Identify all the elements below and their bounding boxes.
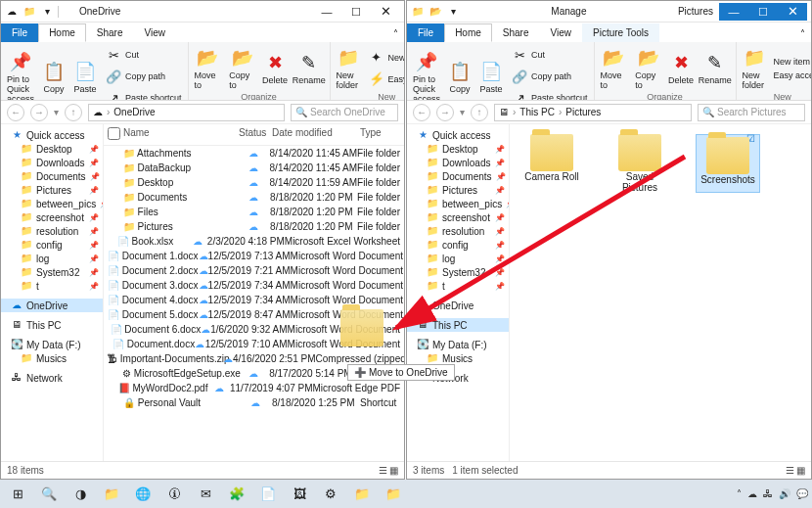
nav-item[interactable]: 📁Musics: [407, 351, 509, 365]
folder-item[interactable]: Saved Pictures: [608, 134, 672, 193]
nav-item[interactable]: 📁log📌: [407, 252, 509, 265]
nav-item[interactable]: 📁Downloads📌: [407, 156, 509, 169]
back-button[interactable]: ←: [7, 104, 24, 121]
taskbar-button[interactable]: ✉: [192, 483, 219, 506]
titlebar[interactable]: 📁 📂 ▾ Manage Pictures — ☐ ✕: [407, 1, 811, 23]
file-row[interactable]: 📄 Document 1.docx ☁ 12/5/2019 7:13 AM Mi…: [104, 249, 404, 263]
nav-item[interactable]: 📁Desktop📌: [1, 142, 103, 156]
notifications-icon[interactable]: 💬: [796, 488, 808, 499]
new-item-button[interactable]: ✦New item: [366, 47, 404, 69]
tab-picture-tools[interactable]: Picture Tools: [582, 23, 659, 42]
new-item-button[interactable]: New item: [772, 55, 811, 69]
cut-button[interactable]: ✂Cut: [103, 44, 184, 66]
tab-view[interactable]: View: [540, 23, 583, 42]
nav-drive[interactable]: 💽My Data (F:): [1, 338, 103, 351]
file-row[interactable]: 📁 Documents ☁ 8/18/2020 1:20 PM File fol…: [104, 190, 404, 205]
volume-icon[interactable]: 🔊: [779, 488, 790, 499]
folder-item[interactable]: ☑ Screenshots: [696, 134, 760, 193]
nav-onedrive[interactable]: ☁OneDrive: [407, 299, 509, 312]
file-row[interactable]: 📁 Attachments ☁ 8/14/2020 11:45 AM File …: [104, 146, 404, 161]
paste-shortcut-button[interactable]: ↗Paste shortcut: [103, 87, 184, 101]
tab-file[interactable]: File: [407, 23, 444, 42]
recent-chevron-icon[interactable]: ▾: [460, 107, 465, 117]
nav-item[interactable]: 📁between_pics📌: [407, 197, 509, 210]
icon-view-button[interactable]: ▦: [389, 465, 398, 476]
easy-access-button[interactable]: Easy access: [772, 69, 811, 82]
pin-quick-access-button[interactable]: 📌Pin to Quick access: [5, 48, 36, 102]
tab-share[interactable]: Share: [86, 23, 134, 42]
taskbar-button[interactable]: 🧩: [223, 483, 250, 506]
titlebar[interactable]: ☁ 📁 ▾ OneDrive — ☐ ✕: [1, 1, 404, 23]
taskbar-button[interactable]: 📄: [254, 483, 282, 506]
minimize-button[interactable]: —: [719, 3, 748, 21]
folder-item[interactable]: Camera Roll: [519, 134, 584, 193]
recent-chevron-icon[interactable]: ▾: [54, 107, 59, 117]
nav-item[interactable]: 📁Documents📌: [407, 169, 509, 183]
copy-to-button[interactable]: 📂Copy to: [633, 44, 663, 92]
nav-item[interactable]: 📁log📌: [1, 252, 103, 265]
nav-item[interactable]: 📁System32📌: [407, 265, 509, 279]
file-row[interactable]: 📕 MyWordDoc2.pdf ☁ 11/7/2019 4:07 PM Mic…: [104, 381, 404, 395]
nav-item[interactable]: 📁Documents📌: [1, 169, 103, 183]
tray-chevron-icon[interactable]: ˄: [737, 488, 742, 499]
taskbar-button[interactable]: 🖼: [286, 483, 313, 506]
nav-item[interactable]: 📁resolution📌: [407, 224, 509, 238]
col-status[interactable]: Status: [235, 124, 268, 145]
crumb-item[interactable]: Pictures: [565, 107, 601, 117]
col-date[interactable]: Date modified: [268, 124, 356, 145]
copy-path-button[interactable]: 🔗Copy path: [509, 66, 590, 87]
file-row[interactable]: 📁 Desktop ☁ 8/14/2020 11:59 AM File fold…: [104, 175, 404, 190]
tab-home[interactable]: Home: [38, 23, 86, 42]
taskbar-button[interactable]: 📁: [348, 483, 376, 506]
forward-button[interactable]: →: [30, 104, 48, 121]
pin-quick-access-button[interactable]: 📌Pin to Quick access: [411, 48, 442, 102]
ribbon-collapse-icon[interactable]: ˄: [794, 25, 811, 42]
nav-pane[interactable]: ★Quick access📁Desktop📌📁Downloads📌📁Docume…: [1, 124, 104, 461]
rename-button[interactable]: ✎Rename: [699, 49, 731, 87]
taskbar-button[interactable]: ◑: [67, 483, 94, 506]
easy-access-button[interactable]: ⚡Easy access: [366, 69, 404, 90]
paste-button[interactable]: 📄Paste: [71, 58, 99, 96]
search-input[interactable]: 🔍Search Pictures: [698, 104, 805, 121]
nav-network[interactable]: 🖧Network: [1, 371, 103, 385]
new-folder-button[interactable]: 📁New folder: [741, 44, 768, 92]
icon-view-button[interactable]: ▦: [796, 465, 805, 476]
file-row[interactable]: 🔒 Personal Vault ☁ 8/18/2020 1:25 PM Sho…: [104, 395, 404, 410]
new-folder-button[interactable]: 📁New folder: [335, 44, 362, 92]
cut-button[interactable]: ✂Cut: [509, 44, 590, 66]
maximize-button[interactable]: ☐: [748, 3, 778, 21]
file-row[interactable]: 📄 Document 2.docx ☁ 12/5/2019 7:21 AM Mi…: [104, 263, 404, 278]
taskbar-button[interactable]: 🔍: [35, 483, 63, 506]
nav-item[interactable]: 📁System32📌: [1, 265, 103, 279]
folder-grid[interactable]: Camera Roll Saved Pictures ☑ Screenshots: [510, 124, 811, 461]
close-button[interactable]: ✕: [778, 3, 807, 21]
up-button[interactable]: ↑: [471, 104, 488, 121]
nav-this-pc[interactable]: 🖥This PC: [1, 318, 103, 332]
breadcrumb[interactable]: 🖥 This PC Pictures: [494, 104, 692, 121]
col-name[interactable]: Name: [119, 124, 235, 145]
minimize-button[interactable]: —: [312, 3, 341, 21]
qat-chevron-icon[interactable]: ▾: [446, 5, 460, 19]
details-view-button[interactable]: ☰: [379, 465, 387, 476]
move-to-button[interactable]: 📂Move to: [193, 44, 224, 92]
nav-item[interactable]: 📁Desktop📌: [407, 142, 509, 156]
taskbar[interactable]: ⊞🔍◑📁🌐🛈✉🧩📄🖼⚙📁📁˄☁🖧🔊💬: [0, 480, 812, 508]
tab-view[interactable]: View: [134, 23, 177, 42]
breadcrumb[interactable]: ☁ OneDrive: [88, 104, 285, 121]
file-row[interactable]: 📁 DataBackup ☁ 8/14/2020 11:45 AM File f…: [104, 161, 404, 175]
tab-home[interactable]: Home: [444, 23, 492, 42]
cloud-icon[interactable]: ☁: [747, 488, 757, 499]
nav-item[interactable]: 📁Pictures📌: [407, 183, 509, 197]
details-view-button[interactable]: ☰: [786, 465, 794, 476]
file-row[interactable]: 📁 Files ☁ 8/18/2020 1:20 PM File folder: [104, 205, 404, 219]
close-button[interactable]: ✕: [371, 3, 400, 21]
copy-button[interactable]: 📋Copy: [40, 58, 68, 96]
back-button[interactable]: ←: [413, 104, 430, 121]
search-input[interactable]: 🔍Search OneDrive: [291, 104, 398, 121]
qat-chevron-icon[interactable]: ▾: [40, 5, 54, 19]
move-to-button[interactable]: 📂Move to: [599, 44, 630, 92]
nav-item[interactable]: 📁Pictures📌: [1, 183, 103, 197]
taskbar-button[interactable]: ⚙: [317, 483, 344, 506]
column-headers[interactable]: Name Status Date modified Type: [104, 124, 404, 146]
nav-item[interactable]: 📁t📌: [1, 279, 103, 293]
